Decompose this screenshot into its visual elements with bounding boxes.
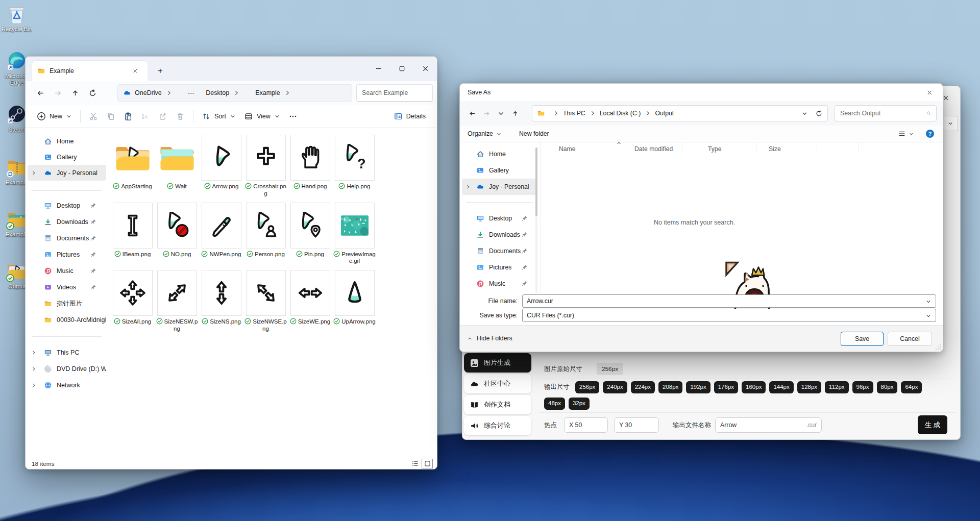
generator-nav-item[interactable]: 创作文档 xyxy=(464,395,531,414)
list-view-button[interactable] xyxy=(409,459,421,468)
organize-button[interactable]: Organize xyxy=(468,130,502,137)
chevron-right-icon[interactable] xyxy=(31,366,37,372)
file-tile[interactable]: Crosshair.png xyxy=(243,133,288,197)
hotspot-x-input[interactable] xyxy=(564,417,608,433)
delete-button[interactable] xyxy=(172,108,189,125)
search-box[interactable] xyxy=(356,84,433,102)
file-tile[interactable]: IBeam.png xyxy=(110,201,155,265)
sidebar-item[interactable]: Joy - Personal xyxy=(462,179,537,195)
sidebar-item[interactable]: Downloads xyxy=(462,227,537,243)
column-header[interactable]: Type xyxy=(708,145,721,153)
file-tile[interactable]: Arrow.png xyxy=(199,133,243,197)
sidebar-item[interactable]: Pictures xyxy=(28,246,106,263)
file-tile[interactable]: SizeAll.png xyxy=(110,268,155,333)
refresh-button[interactable] xyxy=(84,85,101,102)
cancel-button[interactable]: Cancel xyxy=(888,332,932,346)
sidebar-item[interactable]: 指针图片 xyxy=(28,295,106,312)
size-chip[interactable]: 224px xyxy=(631,381,655,393)
view-button[interactable]: View xyxy=(240,109,284,124)
generator-nav-item[interactable]: 社区中心 xyxy=(464,374,531,393)
address-dropdown-icon[interactable] xyxy=(801,110,808,117)
file-tile[interactable]: SizeNS.png xyxy=(199,268,243,333)
file-tile[interactable]: NWPen.png xyxy=(199,201,243,265)
sidebar-item[interactable]: Gallery xyxy=(462,162,537,179)
file-tile[interactable]: Person.png xyxy=(243,201,288,265)
size-chip[interactable]: 256px xyxy=(575,381,599,393)
file-tile[interactable]: Pin.png xyxy=(288,201,332,265)
copy-button[interactable] xyxy=(102,108,119,125)
forward-button[interactable] xyxy=(49,85,66,102)
sidebar-item[interactable]: 00030-ArcMidnight xyxy=(28,312,106,328)
file-tile[interactable]: SizeNESW.png xyxy=(155,268,199,333)
hide-folders-button[interactable]: Hide Folders xyxy=(467,335,512,342)
size-chip[interactable]: 80px xyxy=(877,381,898,393)
column-divider[interactable] xyxy=(817,143,817,154)
size-chip[interactable]: 208px xyxy=(658,381,682,393)
generator-nav-item[interactable]: 图片生成 xyxy=(464,353,531,373)
sidebar-item[interactable]: Home xyxy=(462,146,537,162)
sidebar-item[interactable]: Music xyxy=(28,263,106,279)
up-button[interactable] xyxy=(508,106,522,120)
share-button[interactable] xyxy=(154,108,172,125)
back-button[interactable] xyxy=(32,85,49,102)
view-selector-button[interactable] xyxy=(898,130,914,138)
new-button[interactable]: New xyxy=(33,109,76,124)
output-name-input[interactable] xyxy=(715,417,822,433)
sort-button[interactable]: Sort xyxy=(198,109,240,124)
breadcrumb-item[interactable]: Output xyxy=(655,110,674,117)
sidebar-item[interactable]: This PC xyxy=(28,344,106,361)
size-chip[interactable]: 160px xyxy=(742,381,766,393)
sidebar-item[interactable]: Videos xyxy=(28,279,106,295)
sidebar-item[interactable]: Home xyxy=(28,133,106,149)
column-header[interactable]: Name xyxy=(559,145,576,153)
file-tile[interactable]: Wait xyxy=(155,133,199,197)
partial-dropdown[interactable] xyxy=(941,116,958,131)
tab-close-button[interactable] xyxy=(132,66,142,76)
size-chip[interactable]: 48px xyxy=(544,398,565,410)
dialog-search-box[interactable] xyxy=(835,105,937,121)
file-tile[interactable]: UpArrow.png xyxy=(332,268,377,333)
new-folder-button[interactable]: New folder xyxy=(519,130,549,137)
paste-button[interactable] xyxy=(119,108,137,125)
size-chip[interactable]: 128px xyxy=(797,381,821,393)
save-type-combobox[interactable]: CUR Files (*.cur) xyxy=(522,309,936,322)
column-divider[interactable] xyxy=(859,143,859,154)
sidebar-item[interactable]: Downloads xyxy=(28,214,106,230)
breadcrumb-item[interactable]: Example xyxy=(243,89,295,97)
breadcrumb-item[interactable]: Local Disk (C:) xyxy=(600,110,655,117)
dialog-search-input[interactable] xyxy=(835,106,926,121)
breadcrumb-item[interactable]: OneDrive xyxy=(123,89,176,97)
minimize-button[interactable] xyxy=(366,57,390,80)
sidebar-item[interactable]: Desktop xyxy=(28,197,106,214)
sidebar-item[interactable]: Joy - Personal xyxy=(28,165,106,181)
chevron-right-icon[interactable] xyxy=(465,184,471,190)
column-divider[interactable] xyxy=(756,143,756,154)
back-button[interactable] xyxy=(465,106,479,120)
file-tile[interactable]: SizeNWSE.png xyxy=(243,268,288,333)
sidebar-item[interactable]: Documents xyxy=(28,230,106,246)
rename-button[interactable]: A xyxy=(137,108,154,125)
new-tab-button[interactable]: + xyxy=(153,64,167,78)
breadcrumb-item[interactable]: This PC xyxy=(563,110,600,117)
dialog-breadcrumb[interactable]: This PC Local Disk (C:) Output xyxy=(532,105,828,121)
desktop-icon[interactable]: Recycle Bin xyxy=(0,3,34,33)
size-chip[interactable]: 32px xyxy=(569,398,590,410)
file-tile[interactable]: ? Help.png xyxy=(332,133,377,197)
maximize-button[interactable] xyxy=(390,57,413,80)
breadcrumb-item[interactable]: Desktop xyxy=(194,89,243,97)
details-button[interactable]: Details xyxy=(389,109,430,124)
file-tile[interactable]: Hand.png xyxy=(288,133,332,197)
sidebar-item[interactable]: Network xyxy=(28,377,106,393)
chevron-right-icon[interactable] xyxy=(31,170,37,176)
recent-locations-button[interactable] xyxy=(494,106,508,120)
thumbnail-view-button[interactable] xyxy=(422,459,433,468)
file-tile[interactable]: PreviewImage.gif xyxy=(332,201,377,265)
sidebar-item[interactable]: DVD Drive (D:) Win xyxy=(28,361,106,377)
file-tile[interactable]: SizeWE.png xyxy=(288,268,332,333)
size-chip[interactable]: 176px xyxy=(714,381,738,393)
column-header[interactable]: Date modified xyxy=(634,145,673,153)
file-tile[interactable]: AppStarting xyxy=(110,133,155,197)
tab-example[interactable]: Example xyxy=(32,61,148,81)
close-button[interactable] xyxy=(919,85,940,100)
close-button[interactable] xyxy=(413,57,437,80)
